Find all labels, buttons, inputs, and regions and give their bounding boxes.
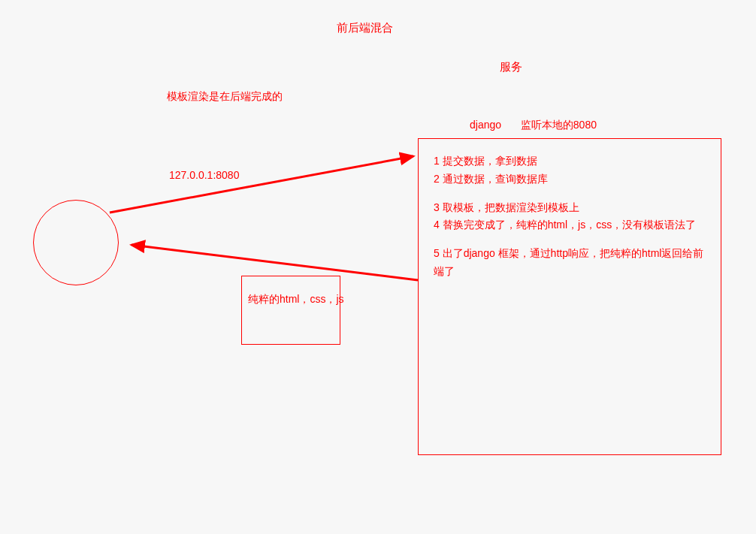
django-name: django: [470, 119, 501, 131]
step-4: 4 替换完变成了，纯粹的html，js，css，没有模板语法了: [434, 216, 706, 234]
django-header: django 监听本地的8080: [470, 119, 597, 132]
step-2: 2 通过数据，查询数据库: [434, 170, 706, 189]
response-arrow: [132, 245, 418, 280]
diagram-title: 前后端混合: [337, 21, 393, 35]
pure-output-label: 纯粹的html，css，js: [248, 293, 344, 306]
step-5: 5 出了django 框架，通过http响应，把纯粹的html返回给前端了: [434, 245, 706, 281]
django-listen: 监听本地的8080: [521, 119, 597, 131]
step-3: 3 取模板，把数据渲染到模板上: [434, 199, 706, 217]
request-arrow: [110, 156, 413, 213]
step-1: 1 提交数据，拿到数据: [434, 152, 706, 170]
template-render-note: 模板渲染是在后端完成的: [167, 90, 283, 104]
django-box: 1 提交数据，拿到数据 2 通过数据，查询数据库 3 取模板，把数据渲染到模板上…: [418, 138, 721, 455]
client-address-label: 127.0.0.1:8080: [169, 169, 239, 181]
client-circle: [33, 200, 119, 285]
pure-output-box: [241, 276, 340, 345]
service-label: 服务: [500, 60, 522, 74]
